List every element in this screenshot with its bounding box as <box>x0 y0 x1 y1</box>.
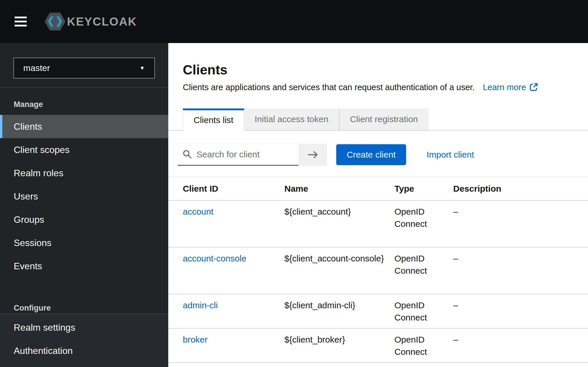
client-name: ${client_broker} <box>284 334 394 346</box>
client-id-link[interactable]: account <box>183 206 284 218</box>
create-client-button[interactable]: Create client <box>336 144 406 165</box>
search-input[interactable] <box>196 149 298 159</box>
table-header: Client ID Name Type Description <box>168 177 588 201</box>
client-type: OpenID Connect <box>394 206 450 230</box>
realm-selector[interactable]: master ▾ <box>13 58 155 79</box>
keycloak-admin-console: KEYCLOAK master ▾ Manage Clients Client … <box>0 0 588 367</box>
sidebar-item-authentication[interactable]: Authentication <box>0 339 168 362</box>
nav-list-manage: Clients Client scopes Realm roles Users … <box>0 115 168 278</box>
sidebar-item-clients[interactable]: Clients <box>0 115 168 138</box>
brand-logo: KEYCLOAK <box>44 12 137 31</box>
client-name: ${client_admin-cli} <box>284 299 394 311</box>
learn-more-link[interactable]: Learn more <box>483 82 538 92</box>
hamburger-icon <box>15 21 27 22</box>
tab-initial-access-token[interactable]: Initial access token <box>244 108 339 131</box>
nav-toggle-button[interactable] <box>15 17 27 26</box>
tab-client-registration[interactable]: Client registration <box>339 108 428 131</box>
nav-group-configure: Configure <box>0 303 168 313</box>
nav-group-manage: Manage <box>0 99 168 109</box>
page-description: Clients are applications and services th… <box>183 82 475 92</box>
client-name: ${client_account} <box>284 206 394 218</box>
sidebar-item-label: Events <box>14 261 42 272</box>
sidebar-item-client-scopes[interactable]: Client scopes <box>0 138 168 161</box>
column-header-client-id: Client ID <box>183 184 284 194</box>
client-type: OpenID Connect <box>394 252 450 277</box>
sidebar-item-label: Users <box>14 191 38 202</box>
table-row: account ${client_account} OpenID Connect… <box>168 201 588 247</box>
sidebar-item-users[interactable]: Users <box>0 185 168 208</box>
search-submit-button[interactable] <box>299 144 327 166</box>
chevron-down-icon: ▾ <box>141 64 144 72</box>
table-row: admin-cli ${client_admin-cli} OpenID Con… <box>168 294 588 329</box>
column-header-name: Name <box>284 184 394 194</box>
table-row: broker ${client_broker} OpenID Connect – <box>168 329 588 363</box>
sidebar-item-events[interactable]: Events <box>0 254 168 278</box>
client-id-link[interactable]: admin-cli <box>183 299 284 311</box>
clients-table: Client ID Name Type Description account … <box>168 177 588 363</box>
sidebar-item-label: Groups <box>14 214 44 225</box>
column-header-description: Description <box>453 184 576 194</box>
table-row: account-console ${client_account-console… <box>168 247 588 294</box>
tab-clients-list[interactable]: Clients list <box>183 108 244 131</box>
arrow-right-icon <box>307 150 319 159</box>
sidebar-item-sessions[interactable]: Sessions <box>0 231 168 254</box>
client-description: – <box>453 334 576 346</box>
hamburger-icon <box>15 25 27 26</box>
nav-list-configure: Realm settings Authentication <box>0 316 168 362</box>
search-icon <box>183 149 192 159</box>
tab-bar: Clients listInitial access tokenClient r… <box>168 108 588 131</box>
client-name: ${client_account-console} <box>284 252 394 265</box>
toolbar: Create client Import client <box>178 144 588 166</box>
client-type: OpenID Connect <box>394 299 450 324</box>
sidebar: master ▾ Manage Clients Client scopes Re… <box>0 43 168 367</box>
main-content: Clients Clients are applications and ser… <box>168 43 588 367</box>
search-box <box>178 144 299 166</box>
client-description: – <box>453 206 576 218</box>
import-client-link[interactable]: Import client <box>426 150 474 160</box>
client-description: – <box>453 252 576 265</box>
hamburger-icon <box>15 17 27 18</box>
learn-more-label: Learn more <box>483 82 526 92</box>
sidebar-item-realm-settings[interactable]: Realm settings <box>0 316 168 339</box>
sidebar-item-label: Client scopes <box>14 145 70 155</box>
column-header-type: Type <box>394 184 453 194</box>
sidebar-item-realm-roles[interactable]: Realm roles <box>0 161 168 185</box>
sidebar-item-label: Authentication <box>14 345 73 356</box>
table-body: account ${client_account} OpenID Connect… <box>168 201 588 363</box>
sidebar-item-label: Sessions <box>14 238 52 248</box>
external-link-icon <box>529 83 538 92</box>
page-title: Clients <box>183 62 588 78</box>
masthead: KEYCLOAK <box>0 0 588 43</box>
client-description: – <box>453 299 576 311</box>
keycloak-logo-icon <box>44 12 66 31</box>
sidebar-item-label: Realm settings <box>14 322 75 333</box>
sidebar-item-label: Realm roles <box>14 168 63 179</box>
client-type: OpenID Connect <box>394 334 450 358</box>
brand-name: KEYCLOAK <box>67 15 137 28</box>
realm-name: master <box>23 63 50 73</box>
sidebar-item-label: Clients <box>14 121 42 132</box>
client-id-link[interactable]: broker <box>183 334 284 346</box>
client-id-link[interactable]: account-console <box>183 252 284 265</box>
sidebar-item-groups[interactable]: Groups <box>0 208 168 231</box>
nav-section-configure: Realm settings Authentication <box>0 313 168 367</box>
